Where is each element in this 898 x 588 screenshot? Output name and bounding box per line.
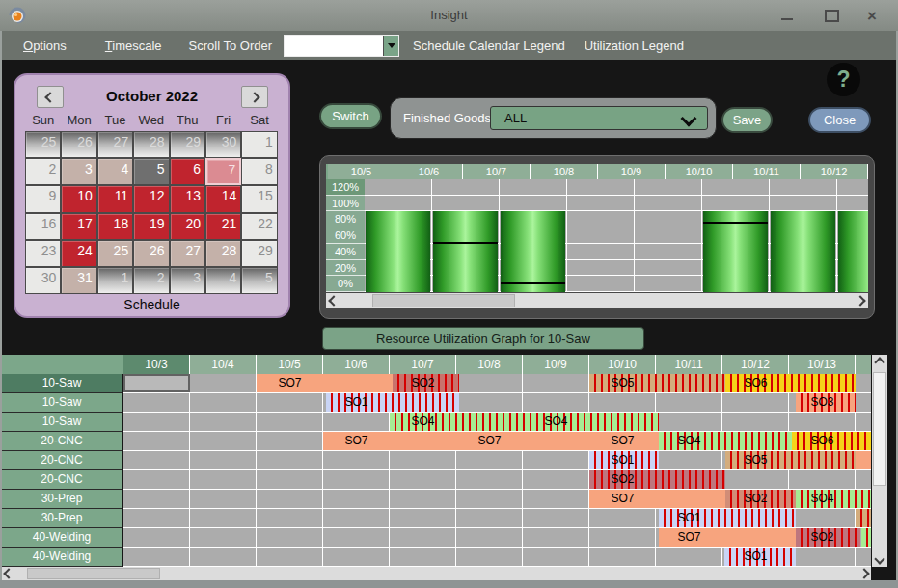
scroll-right-button[interactable] [853,293,868,308]
gantt-date-cell[interactable]: 10/6 [323,355,390,374]
calendar-day-cell[interactable]: 23 [25,240,61,267]
resource-label[interactable]: 10-Saw [2,374,123,393]
gantt-date-cell[interactable]: 10/7 [390,355,456,374]
calendar-day-cell[interactable]: 28 [133,131,169,158]
calendar-day-cell[interactable]: 30 [205,131,241,158]
combo-dropdown-icon[interactable] [383,36,398,56]
calendar-day-cell[interactable]: 19 [133,213,169,240]
gantt-bar[interactable] [861,528,872,547]
resource-label[interactable]: 20-CNC [2,470,123,490]
calendar-day-cell[interactable]: 9 [25,185,61,212]
calendar-day-cell[interactable]: 25 [97,240,133,267]
calendar-day-cell[interactable]: 1 [241,131,277,158]
calendar-day-cell[interactable]: 21 [205,213,241,240]
calendar-day-cell[interactable]: 31 [61,267,96,294]
calendar-day-cell[interactable]: 4 [205,267,241,294]
gantt-date-cell[interactable]: 10/10 [589,355,656,374]
calendar-day-cell[interactable]: 28 [205,240,241,267]
calendar-day-cell[interactable]: 18 [97,213,133,240]
utilization-hscrollbar[interactable] [326,293,868,308]
calendar-day-cell[interactable]: 20 [170,213,205,240]
scroll-right-button[interactable] [857,567,871,580]
calendar-day-cell[interactable]: 5 [241,267,277,294]
gantt-vscrollbar[interactable] [872,355,887,567]
close-button[interactable]: Close [808,107,871,133]
gantt-date-cell[interactable]: 10/9 [523,355,589,374]
finished-goods-dropdown[interactable]: ALL [490,106,708,130]
gantt-date-cell[interactable]: 10/11 [656,355,722,374]
calendar-day-cell[interactable]: 8 [241,158,277,185]
resource-label[interactable]: 20-CNC [2,432,123,451]
menu-options[interactable]: Options [23,39,67,53]
gantt-bar[interactable] [257,374,393,392]
resource-label[interactable]: 30-Prep [2,490,123,509]
resource-label[interactable]: 30-Prep [2,509,123,528]
maximize-button[interactable] [818,0,845,31]
order-combobox[interactable] [284,35,399,57]
hscrollbar-thumb[interactable] [372,294,515,307]
switch-button[interactable]: Switch [319,103,382,129]
gantt-date-cell[interactable]: 10/12 [722,355,789,374]
close-window-button[interactable]: × [858,0,885,31]
gantt-bar[interactable] [856,451,871,469]
resource-label[interactable]: 40-Welding [2,528,123,548]
calendar-day-cell[interactable]: 12 [133,185,169,212]
calendar-next-button[interactable] [241,86,268,108]
scroll-left-button[interactable] [326,293,341,308]
vscrollbar-thumb[interactable] [873,372,886,486]
calendar-day-cell[interactable]: 22 [241,213,277,240]
calendar-day-cell[interactable]: 29 [170,131,205,158]
calendar-day-cell[interactable]: 27 [97,131,133,158]
calendar-day-cell[interactable]: 2 [133,267,169,294]
hscrollbar-thumb[interactable] [27,568,160,579]
gantt-date-cell[interactable]: 10/3 [123,355,190,374]
schedule-button[interactable]: Schedule [15,297,288,312]
calendar-day-cell[interactable]: 5 [133,158,169,185]
gantt-hscrollbar[interactable] [2,567,871,580]
utilization-title-button[interactable]: Resource Utilization Graph for 10-Saw [322,327,644,350]
gantt-date-cell[interactable]: 10/5 [257,355,323,374]
calendar-day-cell[interactable]: 26 [61,131,96,158]
calendar-day-cell[interactable]: 3 [61,158,96,185]
scroll-down-button[interactable] [872,551,887,567]
calendar-day-cell[interactable]: 6 [170,158,205,185]
menu-timescale[interactable]: Timescale [105,39,162,53]
help-button[interactable]: ? [827,63,860,96]
resource-label[interactable]: 10-Saw [2,393,123,413]
save-button[interactable]: Save [721,107,773,133]
scroll-left-button[interactable] [2,567,15,580]
gantt-bar[interactable] [589,374,725,392]
gantt-date-cell[interactable]: 10/13 [789,355,856,374]
calendar-day-cell[interactable]: 2 [25,158,61,185]
gantt-bar[interactable] [589,470,725,489]
resource-label[interactable]: 10-Saw [2,413,123,432]
menu-schedule-calendar-legend[interactable]: Schedule Calendar Legend [413,39,565,53]
calendar-day-cell[interactable]: 10 [61,185,96,212]
calendar-day-cell[interactable]: 26 [133,240,169,267]
calendar-day-cell[interactable]: 17 [61,213,96,240]
minimize-button[interactable] [774,0,801,31]
gantt-bar[interactable] [589,490,725,508]
calendar-day-cell[interactable]: 3 [170,267,205,294]
calendar-day-cell[interactable]: 30 [25,267,61,294]
calendar-day-cell[interactable]: 4 [97,158,133,185]
selected-cell[interactable] [123,374,190,392]
calendar-day-cell[interactable]: 7 [205,158,241,185]
calendar-day-cell[interactable]: 29 [241,240,277,267]
calendar-day-cell[interactable]: 24 [61,240,96,267]
calendar-day-cell[interactable]: 11 [97,185,133,212]
calendar-day-cell[interactable]: 13 [170,185,205,212]
calendar-day-cell[interactable]: 1 [97,267,133,294]
resource-label[interactable]: 20-CNC [2,451,123,470]
gantt-date-cell[interactable]: 10/4 [190,355,257,374]
calendar-day-cell[interactable]: 16 [25,213,61,240]
gantt-bar[interactable] [856,509,871,527]
calendar-day-cell[interactable]: 15 [241,185,277,212]
calendar-day-cell[interactable]: 25 [25,131,61,158]
menu-utilization-legend[interactable]: Utilization Legend [585,39,684,53]
calendar-day-cell[interactable]: 14 [205,185,241,212]
resource-label[interactable]: 40-Welding [2,548,123,567]
scroll-up-button[interactable] [872,355,887,370]
gantt-date-cell[interactable]: 10/8 [456,355,523,374]
calendar-day-cell[interactable]: 27 [170,240,205,267]
